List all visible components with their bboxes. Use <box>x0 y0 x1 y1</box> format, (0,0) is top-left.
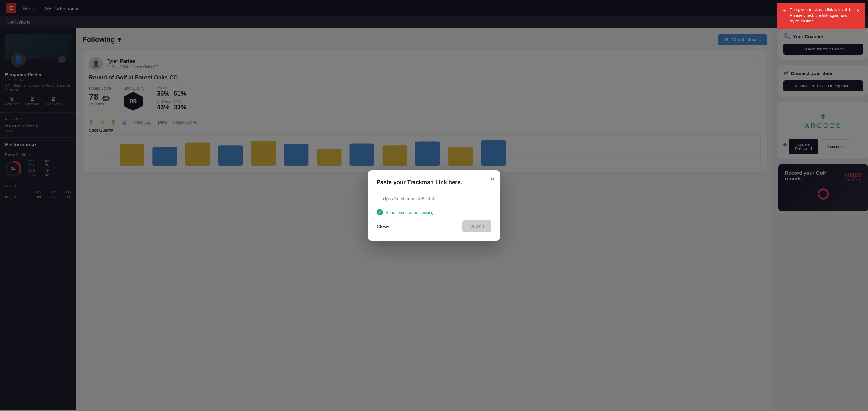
modal-actions: Close Submit <box>377 220 491 232</box>
modal-close-x-btn[interactable]: ✕ <box>490 176 495 183</box>
error-banner: ⚠ The given trackman link is invalid. Pl… <box>777 2 866 29</box>
error-banner-message: The given trackman link is invalid. Plea… <box>790 7 852 24</box>
modal-success-message: ✓ Report sent for processing <box>377 209 491 215</box>
modal-overlay[interactable]: ✕ Paste your Trackman Link here. ✓ Repor… <box>0 0 868 410</box>
success-check-icon: ✓ <box>377 209 383 215</box>
error-banner-close-btn[interactable]: ✕ <box>856 7 861 15</box>
success-text: Report sent for processing <box>385 210 433 215</box>
trackman-modal: ✕ Paste your Trackman Link here. ✓ Repor… <box>368 170 500 241</box>
modal-close-btn[interactable]: Close <box>377 224 389 229</box>
warning-icon: ⚠ <box>782 7 786 14</box>
modal-submit-btn[interactable]: Submit <box>462 220 491 232</box>
modal-title: Paste your Trackman Link here. <box>377 179 491 186</box>
trackman-link-input[interactable] <box>377 192 491 205</box>
